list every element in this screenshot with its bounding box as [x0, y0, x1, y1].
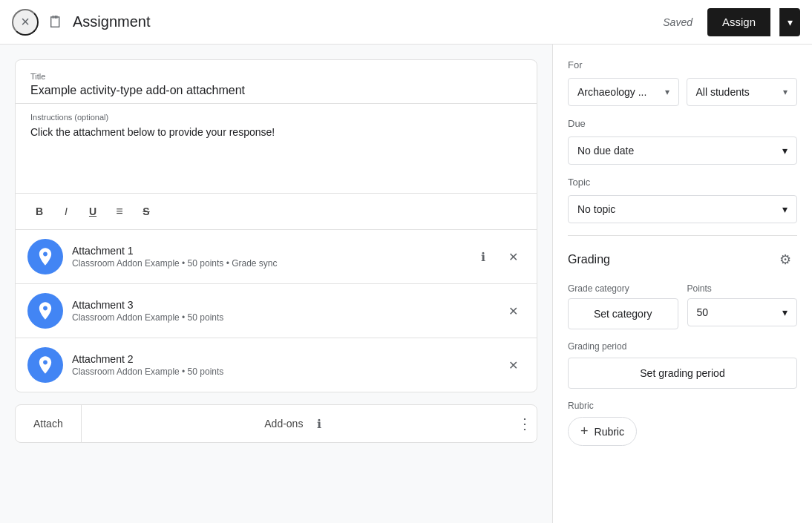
- attachment-item: Attachment 2 Classroom Addon Example • 5…: [16, 338, 537, 392]
- points-col: Points 50 ▾: [687, 283, 798, 329]
- attachment-3-remove-button[interactable]: ✕: [501, 299, 525, 323]
- form-card: Title Instructions (optional) Click the …: [15, 59, 537, 392]
- attachment-3-name: Attachment 3: [72, 299, 492, 311]
- close-icon: ×: [21, 13, 30, 30]
- doc-icon: 🗒: [48, 13, 64, 32]
- instructions-section: Instructions (optional) Click the attach…: [16, 104, 537, 193]
- grade-category-col: Grade category Set category: [568, 283, 678, 329]
- attachment-2-name: Attachment 2: [72, 353, 492, 365]
- attach-button[interactable]: Attach: [16, 405, 82, 442]
- set-grading-period-button[interactable]: Set grading period: [568, 358, 797, 389]
- grading-period-label: Grading period: [568, 341, 797, 352]
- more-options-button[interactable]: ⋮: [513, 405, 537, 442]
- attachment-3-meta: Classroom Addon Example • 50 points: [72, 312, 492, 323]
- due-value: No due date: [577, 145, 634, 157]
- due-label: Due: [568, 118, 797, 129]
- app-header: × 🗒 Assignment Saved Assign ▾: [0, 0, 812, 45]
- points-chevron: ▾: [782, 306, 788, 318]
- add-rubric-button[interactable]: + Rubric: [568, 417, 637, 446]
- topic-label: Topic: [568, 177, 797, 188]
- rubric-plus-icon: +: [580, 424, 589, 439]
- attachment-2-info: Attachment 2 Classroom Addon Example • 5…: [72, 353, 492, 377]
- grading-title: Grading: [568, 253, 610, 266]
- right-panel: For Archaeology ... ▾ All students ▾ Due…: [552, 45, 812, 523]
- set-category-button[interactable]: Set category: [568, 298, 678, 329]
- attachment-2-icon: [27, 347, 63, 383]
- bottom-toolbar: Attach Add-ons ℹ ⋮: [15, 404, 537, 443]
- class-dropdown[interactable]: Archaeology ... ▾: [568, 78, 679, 106]
- attach-label: Attach: [33, 418, 63, 430]
- due-chevron: ▾: [782, 145, 788, 157]
- for-row: Archaeology ... ▾ All students ▾: [568, 78, 797, 106]
- grading-header: Grading ⚙: [568, 248, 797, 272]
- due-dropdown[interactable]: No due date ▾: [568, 136, 797, 165]
- addons-info-button[interactable]: ℹ: [309, 413, 330, 434]
- divider: [568, 235, 797, 236]
- attachment-2-meta: Classroom Addon Example • 50 points: [72, 366, 492, 377]
- attachment-1-icon: [27, 239, 63, 274]
- title-input[interactable]: [30, 84, 522, 97]
- attachment-1-info-button[interactable]: ℹ: [471, 245, 495, 269]
- students-chevron: ▾: [783, 87, 788, 97]
- assign-button[interactable]: Assign: [707, 8, 770, 36]
- attachment-2-actions: ✕: [501, 353, 525, 377]
- attachment-3-actions: ✕: [501, 299, 525, 323]
- attachment-1-meta: Classroom Addon Example • 50 points • Gr…: [72, 258, 462, 269]
- addons-section: Add-ons ℹ: [82, 413, 513, 434]
- rubric-btn-label: Rubric: [595, 426, 624, 438]
- topic-value: No topic: [577, 203, 615, 215]
- instructions-text[interactable]: Click the attachment below to provide yo…: [30, 126, 522, 138]
- close-button[interactable]: ×: [12, 9, 39, 36]
- topic-chevron: ▾: [782, 203, 788, 215]
- main-layout: Title Instructions (optional) Click the …: [0, 45, 812, 523]
- rubric-label: Rubric: [568, 401, 797, 411]
- underline-button[interactable]: U: [81, 200, 105, 223]
- attachment-3-info: Attachment 3 Classroom Addon Example • 5…: [72, 299, 492, 323]
- italic-button[interactable]: I: [54, 200, 78, 223]
- attachment-3-icon: [27, 293, 63, 329]
- instructions-label: Instructions (optional): [30, 113, 522, 122]
- title-label: Title: [30, 72, 522, 81]
- points-dropdown[interactable]: 50 ▾: [687, 298, 798, 326]
- left-panel: Title Instructions (optional) Click the …: [0, 45, 552, 523]
- grade-row: Grade category Set category Points 50 ▾: [568, 283, 797, 329]
- points-value: 50: [697, 306, 709, 318]
- attachment-1-info: Attachment 1 Classroom Addon Example • 5…: [72, 245, 462, 269]
- grade-category-label: Grade category: [568, 283, 678, 294]
- for-label: For: [568, 59, 797, 70]
- grading-settings-button[interactable]: ⚙: [773, 248, 797, 272]
- page-title: Assignment: [73, 13, 654, 30]
- title-section: Title: [16, 60, 537, 104]
- students-dropdown[interactable]: All students ▾: [687, 78, 798, 106]
- attachment-item: Attachment 3 Classroom Addon Example • 5…: [16, 283, 537, 338]
- addons-label: Add-ons: [264, 418, 303, 430]
- attachment-2-remove-button[interactable]: ✕: [501, 353, 525, 377]
- attachment-item: Attachment 1 Classroom Addon Example • 5…: [16, 229, 537, 283]
- students-value: All students: [696, 86, 750, 98]
- class-chevron: ▾: [665, 87, 669, 97]
- attachment-1-name: Attachment 1: [72, 245, 462, 257]
- class-value: Archaeology ...: [577, 86, 646, 98]
- text-toolbar: B I U ≡ S: [16, 193, 537, 229]
- attachment-1-actions: ℹ ✕: [471, 245, 525, 269]
- list-button[interactable]: ≡: [108, 200, 131, 223]
- assign-dropdown-button[interactable]: ▾: [779, 8, 800, 36]
- bold-button[interactable]: B: [27, 200, 51, 223]
- saved-status: Saved: [663, 16, 693, 28]
- attachment-1-remove-button[interactable]: ✕: [501, 245, 525, 269]
- assign-dropdown-arrow: ▾: [788, 16, 793, 28]
- topic-dropdown[interactable]: No topic ▾: [568, 195, 797, 223]
- strikethrough-button[interactable]: S: [134, 200, 158, 223]
- gear-icon: ⚙: [779, 251, 791, 268]
- points-label: Points: [687, 283, 798, 294]
